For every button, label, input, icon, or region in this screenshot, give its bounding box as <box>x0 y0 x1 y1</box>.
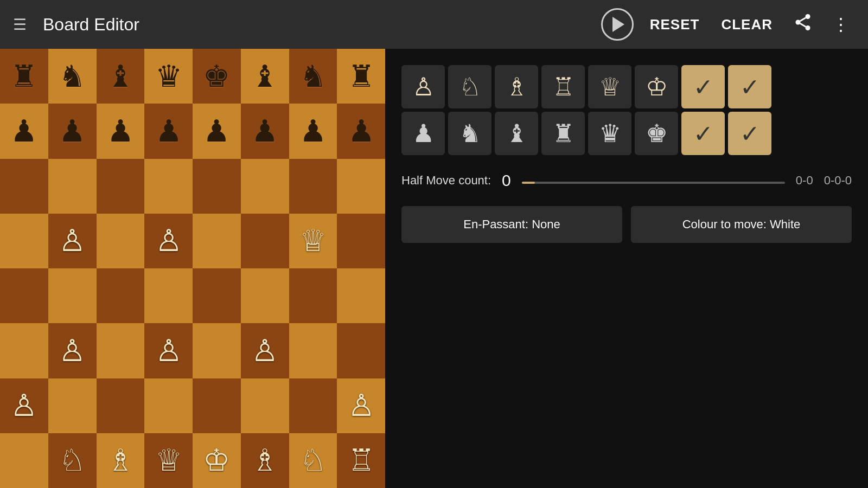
more-options-icon[interactable]: ⋮ <box>828 10 855 39</box>
svg-point-1 <box>796 20 801 25</box>
board-cell[interactable] <box>289 323 337 378</box>
board-cell[interactable] <box>97 159 145 214</box>
board-cell[interactable] <box>0 214 48 268</box>
board-cell[interactable] <box>144 268 193 323</box>
board-cell[interactable]: ♟ <box>241 104 289 158</box>
board-cell[interactable]: ♟ <box>144 104 193 158</box>
board-cell[interactable]: ♙ <box>337 378 385 433</box>
board-cell[interactable] <box>193 268 241 323</box>
board-cell[interactable]: ♜ <box>337 49 385 104</box>
board-cell[interactable]: ♙ <box>144 323 193 378</box>
board-cell[interactable] <box>0 433 48 488</box>
piece-selector-grid: ♙♘♗♖♕♔✓✓♟♞♝♜♛♚✓✓ <box>401 65 852 155</box>
board-cell[interactable] <box>193 378 241 433</box>
board-cell[interactable]: ♛ <box>144 49 193 104</box>
board-cell[interactable] <box>289 159 337 214</box>
play-button[interactable] <box>601 8 634 41</box>
board-cell[interactable]: ♕ <box>289 214 337 268</box>
half-move-slider[interactable] <box>522 177 785 184</box>
board-cell[interactable] <box>337 214 385 268</box>
board-cell[interactable]: ♘ <box>48 433 97 488</box>
colour-to-move-button[interactable]: Colour to move: White <box>631 206 852 243</box>
board-cell[interactable] <box>289 268 337 323</box>
clear-button[interactable]: CLEAR <box>716 12 778 37</box>
piece-cell-black-pawn[interactable]: ♟ <box>401 112 445 155</box>
board-cell[interactable] <box>193 159 241 214</box>
piece-cell-black-knight[interactable]: ♞ <box>448 112 492 155</box>
piece-cell-castle-b-queenside[interactable]: ✓ <box>728 112 771 155</box>
board-cell[interactable] <box>144 159 193 214</box>
board-cell[interactable] <box>241 159 289 214</box>
board-cell[interactable]: ♕ <box>144 433 193 488</box>
half-move-row: Half Move count: 0 0-0 0-0-0 <box>401 171 852 190</box>
chess-board[interactable]: ♜♞♝♛♚♝♞♜♟♟♟♟♟♟♟♟♙♙♕♙♙♙♙♙♘♗♕♔♗♘♖ <box>0 49 385 488</box>
board-cell[interactable]: ♝ <box>241 49 289 104</box>
board-cell[interactable]: ♞ <box>48 49 97 104</box>
piece-cell-castle-w-queenside[interactable]: ✓ <box>728 65 771 108</box>
board-cell[interactable] <box>48 378 97 433</box>
board-cell[interactable]: ♟ <box>289 104 337 158</box>
board-cell[interactable] <box>337 323 385 378</box>
board-cell[interactable]: ♚ <box>193 49 241 104</box>
piece-cell-white-pawn[interactable]: ♙ <box>401 65 445 108</box>
board-cell[interactable] <box>0 159 48 214</box>
board-cell[interactable]: ♗ <box>97 433 145 488</box>
board-cell[interactable]: ♞ <box>289 49 337 104</box>
board-cell[interactable] <box>97 214 145 268</box>
piece-cell-white-rook[interactable]: ♖ <box>541 65 585 108</box>
svg-line-4 <box>800 18 806 21</box>
reset-button[interactable]: RESET <box>644 12 705 37</box>
board-cell[interactable]: ♟ <box>97 104 145 158</box>
half-move-value: 0 <box>502 171 511 190</box>
en-passant-button[interactable]: En-Passant: None <box>401 206 622 243</box>
board-cell[interactable]: ♟ <box>0 104 48 158</box>
board-cell[interactable]: ♟ <box>337 104 385 158</box>
piece-cell-black-rook[interactable]: ♜ <box>541 112 585 155</box>
board-cell[interactable] <box>193 323 241 378</box>
board-cell[interactable]: ♙ <box>241 323 289 378</box>
board-cell[interactable]: ♖ <box>337 433 385 488</box>
board-cell[interactable]: ♘ <box>289 433 337 488</box>
bottom-buttons: En-Passant: None Colour to move: White <box>401 206 852 243</box>
board-cell[interactable] <box>241 268 289 323</box>
board-cell[interactable] <box>48 159 97 214</box>
board-cell[interactable]: ♙ <box>48 214 97 268</box>
piece-cell-black-queen[interactable]: ♛ <box>588 112 631 155</box>
board-cell[interactable] <box>337 268 385 323</box>
menu-icon[interactable]: ☰ <box>13 16 27 34</box>
piece-cell-white-king[interactable]: ♔ <box>635 65 678 108</box>
board-cell[interactable]: ♝ <box>97 49 145 104</box>
board-cell[interactable]: ♙ <box>48 323 97 378</box>
page-title: Board Editor <box>43 15 590 35</box>
board-cell[interactable] <box>289 378 337 433</box>
topbar: ☰ Board Editor RESET CLEAR ⋮ <box>0 0 868 49</box>
board-cell[interactable] <box>97 378 145 433</box>
board-cell[interactable]: ♟ <box>48 104 97 158</box>
castling-labels: 0-0 0-0-0 <box>796 174 852 188</box>
board-cell[interactable]: ♗ <box>241 433 289 488</box>
piece-cell-castle-w-kingside[interactable]: ✓ <box>681 65 725 108</box>
board-cell[interactable]: ♟ <box>193 104 241 158</box>
board-cell[interactable] <box>48 268 97 323</box>
piece-cell-castle-b-kingside[interactable]: ✓ <box>681 112 725 155</box>
share-icon[interactable] <box>789 8 817 41</box>
board-cell[interactable] <box>241 214 289 268</box>
board-cell[interactable] <box>337 159 385 214</box>
board-cell[interactable] <box>241 378 289 433</box>
board-cell[interactable] <box>97 268 145 323</box>
board-cell[interactable] <box>97 323 145 378</box>
board-cell[interactable]: ♜ <box>0 49 48 104</box>
board-cell[interactable]: ♔ <box>193 433 241 488</box>
board-cell[interactable] <box>144 378 193 433</box>
board-cell[interactable] <box>193 214 241 268</box>
piece-cell-white-knight[interactable]: ♘ <box>448 65 492 108</box>
board-cell[interactable]: ♙ <box>0 378 48 433</box>
board-cell[interactable] <box>0 323 48 378</box>
piece-cell-black-king[interactable]: ♚ <box>635 112 678 155</box>
piece-cell-white-bishop[interactable]: ♗ <box>495 65 538 108</box>
piece-cell-black-bishop[interactable]: ♝ <box>495 112 538 155</box>
board-cell[interactable] <box>0 268 48 323</box>
piece-cell-white-queen[interactable]: ♕ <box>588 65 631 108</box>
board-cell[interactable]: ♙ <box>144 214 193 268</box>
castling-queenside-label: 0-0-0 <box>824 174 852 188</box>
